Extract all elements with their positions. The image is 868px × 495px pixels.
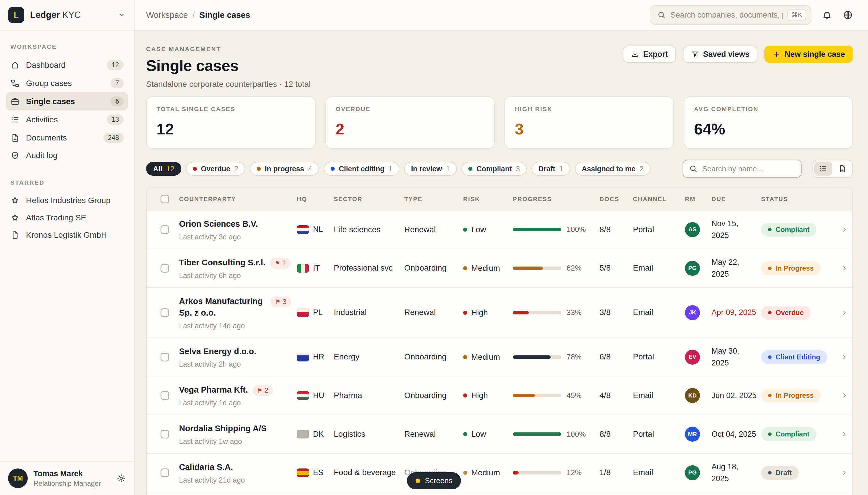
rm-avatar[interactable]: AS: [685, 222, 700, 237]
screens-indicator-pill[interactable]: Screens: [407, 472, 461, 489]
filter-chip-in-progress[interactable]: In progress 4: [250, 162, 319, 176]
table-row[interactable]: Vega Pharma Kft. ⚑2 Last activity 1d ago…: [147, 376, 852, 414]
sidebar-item-group-cases[interactable]: Group cases 7: [6, 74, 128, 92]
sidebar-item-activities[interactable]: Activities 13: [6, 110, 128, 129]
list-view-button[interactable]: [814, 161, 832, 176]
status-badge: Compliant: [761, 427, 816, 441]
page-eyebrow: CASE MANAGEMENT: [146, 46, 311, 52]
screens-indicator-label: Screens: [425, 476, 452, 485]
rm-avatar[interactable]: PG: [685, 261, 700, 276]
sidebar-item-count: 5: [111, 96, 124, 106]
breadcrumb-workspace[interactable]: Workspace: [146, 11, 188, 20]
global-search-input[interactable]: Search companies, documents, p ⌘K: [650, 5, 812, 25]
table-row[interactable]: Arkos Manufacturing Sp. z o.o. ⚑3 Last a…: [147, 287, 852, 338]
progress-percent: 45%: [567, 391, 582, 400]
status-badge: In Progress: [761, 261, 821, 275]
sidebar-item-audit-log[interactable]: Audit log: [6, 147, 128, 164]
chevron-right-icon[interactable]: [836, 309, 852, 317]
counterparty-name[interactable]: Arkos Manufacturing Sp. z o.o.: [179, 295, 266, 319]
progress-percent: 100%: [567, 430, 586, 439]
sidebar-item-label: Atlas Trading SE: [26, 213, 124, 222]
filter-chip-in-review[interactable]: In review 1: [404, 162, 457, 176]
row-checkbox[interactable]: [161, 391, 169, 400]
chevron-right-icon[interactable]: [836, 430, 852, 438]
counterparty-name[interactable]: Calidaria S.A.: [179, 461, 233, 473]
rm-avatar[interactable]: MR: [685, 427, 700, 442]
sidebar-item-dashboard[interactable]: Dashboard 12: [6, 56, 128, 74]
topbar: Workspace / Single cases Search companie…: [134, 0, 868, 31]
row-checkbox[interactable]: [161, 353, 169, 361]
type-cell: Onboarding: [404, 262, 463, 274]
table-row[interactable]: Selva Energy d.o.o. ⚑ Last activity 2h a…: [147, 338, 852, 376]
col-type: TYPE: [404, 195, 463, 203]
filter-chips: All 12 Overdue 2 In progress 4 Client ed…: [146, 162, 651, 176]
sidebar-item-single-cases[interactable]: Single cases 5: [6, 92, 128, 110]
stat-card: HIGH RISK 3: [505, 96, 674, 149]
select-all-checkbox[interactable]: [161, 195, 169, 203]
filter-chip-client-editing[interactable]: Client editing 1: [324, 162, 399, 176]
table-search-input[interactable]: Search by name...: [683, 160, 802, 178]
chevron-right-icon[interactable]: [836, 391, 852, 399]
filter-chip-compliant[interactable]: Compliant 3: [461, 162, 527, 176]
counterparty-name[interactable]: Tiber Consulting S.r.l.: [179, 257, 265, 269]
bell-icon[interactable]: [822, 10, 832, 20]
rm-avatar[interactable]: PG: [685, 465, 700, 480]
progress-percent: 12%: [567, 468, 582, 477]
counterparty-name[interactable]: Orion Sciences B.V.: [179, 218, 258, 230]
rm-avatar[interactable]: JK: [685, 305, 700, 320]
user-footer[interactable]: TM Tomas Marek Relationship Manager: [0, 461, 134, 495]
chevron-right-icon[interactable]: [836, 226, 852, 234]
row-checkbox[interactable]: [161, 430, 169, 439]
docs-cell: 5/8: [600, 262, 633, 274]
chevron-right-icon[interactable]: [836, 469, 852, 477]
counterparty-name[interactable]: Vega Pharma Kft.: [179, 384, 248, 396]
chip-count: 1: [559, 165, 563, 173]
col-rm: RM: [685, 195, 711, 203]
workspace-switcher[interactable]: L Ledger KYC: [0, 0, 134, 31]
breadcrumb: Workspace / Single cases: [146, 11, 250, 20]
new-single-case-button[interactable]: New single case: [764, 46, 853, 63]
progress-percent: 33%: [567, 308, 582, 317]
rm-avatar[interactable]: KD: [685, 388, 700, 403]
globe-icon[interactable]: [842, 10, 853, 20]
filter-chip-draft[interactable]: Draft 1: [531, 162, 570, 176]
filter-chip-overdue[interactable]: Overdue 2: [186, 162, 245, 176]
starred-item[interactable]: Kronos Logistik GmbH: [6, 226, 128, 244]
chevron-right-icon[interactable]: [836, 353, 852, 361]
starred-item[interactable]: Atlas Trading SE: [6, 209, 128, 226]
last-activity: Last activity 1d ago: [179, 399, 291, 407]
filter-chip-all[interactable]: All 12: [146, 162, 181, 176]
document-view-button[interactable]: [833, 161, 851, 176]
row-checkbox[interactable]: [161, 225, 169, 234]
row-checkbox[interactable]: [161, 308, 169, 317]
row-checkbox[interactable]: [161, 264, 169, 273]
stats-row: TOTAL SINGLE CASES 12 OVERDUE 2 HIGH RIS…: [146, 96, 853, 149]
sidebar-item-label: Audit log: [26, 151, 124, 160]
table-row[interactable]: Calidaria S.A. ⚑ Last activity 21d ago E…: [147, 453, 852, 492]
rm-avatar[interactable]: EV: [685, 349, 700, 364]
due-date: May 22, 2025: [711, 256, 761, 280]
starred-item[interactable]: Helios Industries Group: [6, 192, 128, 209]
chevron-down-icon: [117, 11, 126, 19]
row-checkbox[interactable]: [161, 468, 169, 477]
status-dot: [768, 394, 772, 397]
saved-views-button[interactable]: Saved views: [683, 46, 758, 63]
chip-count: 12: [166, 165, 175, 173]
table-row[interactable]: Orion Sciences B.V. ⚑ Last activity 3d a…: [147, 210, 852, 249]
filter-chip-assigned-to-me[interactable]: Assigned to me 2: [575, 162, 651, 176]
status-dot: [768, 471, 772, 475]
type-cell: Onboarding: [404, 351, 463, 363]
table-row[interactable]: Tiber Consulting S.r.l. ⚑1 Last activity…: [147, 249, 852, 287]
brand-logo: L: [8, 7, 24, 23]
chevron-right-icon[interactable]: [836, 264, 852, 272]
sidebar-item-documents[interactable]: Documents 248: [6, 129, 128, 147]
counterparty-name[interactable]: Selva Energy d.o.o.: [179, 345, 257, 357]
table-row[interactable]: Nordalia Shipping A/S ⚑ Last activity 1w…: [147, 414, 852, 453]
last-activity: Last activity 6h ago: [179, 271, 291, 280]
gear-icon[interactable]: [117, 474, 126, 483]
counterparty-name[interactable]: Nordalia Shipping A/S: [179, 423, 266, 434]
export-button[interactable]: Export: [623, 46, 676, 63]
search-icon: [657, 11, 666, 19]
country-flag: [297, 468, 309, 477]
table-row[interactable]: Harbringer Studios Ltd. ⚑ UK Media Renew…: [147, 492, 852, 495]
